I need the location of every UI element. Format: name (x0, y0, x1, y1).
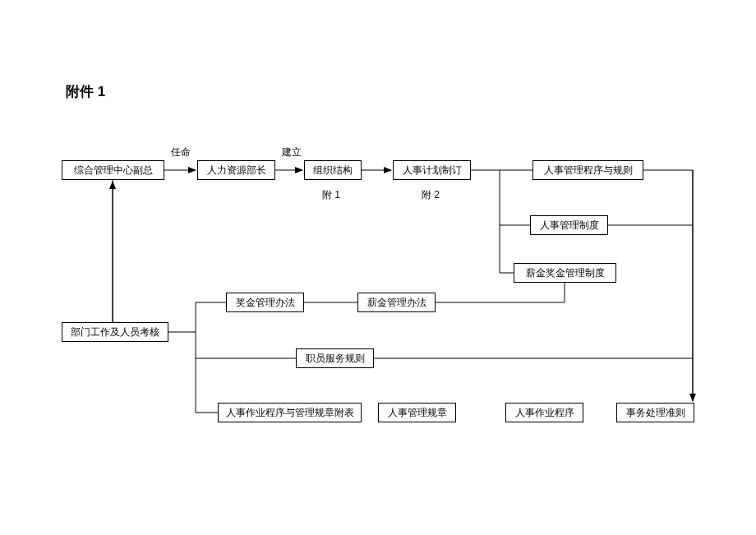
box-affairs-guidelines: 事务处理准则 (616, 403, 694, 422)
box-staff-rules: 职员服务规则 (296, 348, 374, 368)
box-hr-director: 人力资源部长 (197, 160, 275, 180)
box-bonus-mgmt: 奖金管理办法 (226, 293, 304, 312)
label-annex2: 附 2 (422, 188, 440, 202)
box-hr-ops-attach: 人事作业程序与管理规章附表 (218, 403, 362, 422)
flowchart-connectors (0, 0, 756, 535)
box-hr-ops-proc: 人事作业程序 (505, 403, 583, 422)
box-hr-mgmt-proc-rules: 人事管理程序与规则 (532, 160, 643, 180)
box-hr-mgmt-system: 人事管理制度 (530, 215, 608, 235)
label-appoint: 任命 (171, 145, 191, 159)
page-title: 附件 1 (66, 82, 105, 101)
label-annex1: 附 1 (322, 188, 340, 202)
box-salary-bonus-system: 薪金奖金管理制度 (514, 263, 616, 283)
box-org-structure: 组织结构 (304, 160, 362, 180)
box-hr-mgmt-reg: 人事管理规章 (378, 403, 456, 422)
label-establish: 建立 (282, 145, 302, 159)
box-hr-plan: 人事计划制订 (393, 160, 471, 180)
box-general-mgmt: 综合管理中心副总 (62, 160, 164, 180)
box-dept-assess: 部门工作及人员考核 (62, 322, 168, 342)
box-salary-mgmt: 薪金管理办法 (357, 293, 436, 312)
